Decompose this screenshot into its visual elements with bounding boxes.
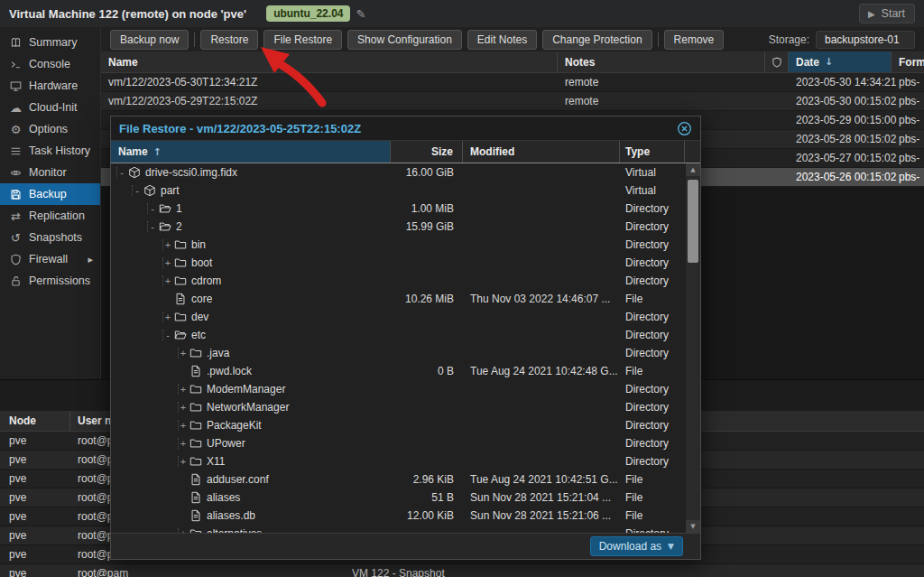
edit-tag-pencil-icon[interactable]: ✎ [356,7,365,21]
file-tree-row[interactable]: - 1 1.00 MiB Directory [111,200,686,218]
file-tree-row[interactable]: aliases.db 12.00 KiB Sun Nov 28 2021 15:… [111,507,686,525]
file-tree-row[interactable]: + NetworkManager Directory [111,398,686,416]
file-tree-row[interactable]: .pwd.lock 0 B Tue Aug 24 2021 10:42:48 G… [111,362,686,380]
file-tree-row[interactable]: + boot Directory [111,254,686,272]
sidebar-item-console[interactable]: Console ▸ [0,53,100,75]
scroll-up-icon[interactable]: ▲ [686,163,700,176]
sidebar-item-hardware[interactable]: Hardware ▸ [0,75,100,97]
file-tree-row[interactable]: - part Virtual [111,181,686,200]
change-protection-button[interactable]: Change Protection [542,30,651,50]
sidebar-item-backup[interactable]: Backup ▸ [0,183,100,205]
eye-icon [8,167,23,179]
sidebar-item-permissions[interactable]: Permissions ▸ [0,270,100,292]
column-header-protected[interactable] [765,51,789,72]
storage-select[interactable]: backupstore-01 [816,31,915,49]
column-header-node[interactable]: Node [0,411,70,431]
backup-now-button[interactable]: Backup now [110,30,189,50]
file-name-cell: .java [204,347,229,359]
file-type-cell: Virtual [620,166,685,179]
sidebar-item-options[interactable]: ⚙ Options ▸ [0,118,100,140]
column-header-format[interactable]: Format [892,51,924,72]
file-tree-row[interactable]: - drive-scsi0.img.fidx 16.00 GiB Virtual [111,163,686,181]
tree-expander[interactable]: + [178,438,188,449]
tree-expander[interactable]: + [162,239,172,250]
file-modified-cell: Tue Aug 24 2021 10:42:48 G... [463,365,620,377]
tree-expander[interactable]: - [147,221,157,232]
cloud-icon: ☁ [8,101,23,115]
start-button[interactable]: ▶ Start [859,4,915,23]
file-name-cell: aliases [204,491,240,504]
tree-expander[interactable]: + [178,456,188,467]
folder-icon [188,419,204,432]
file-tree-row[interactable]: core 10.26 MiB Thu Nov 03 2022 14:46:07 … [111,290,686,308]
download-as-button[interactable]: Download as ▼ [590,536,683,556]
sidebar-item-task-history[interactable]: Task History ▸ [0,140,100,162]
column-header-type[interactable]: Type [620,141,685,163]
file-tree-row[interactable]: + X11 Directory [111,452,686,470]
file-tree-row[interactable]: + ModemManager Directory [111,380,686,398]
close-icon[interactable] [677,121,692,136]
tree-expander[interactable]: - [132,185,142,196]
column-header-name[interactable]: Name [101,51,558,72]
show-configuration-button[interactable]: Show Configuration [347,30,462,50]
file-tree-row[interactable]: aliases 51 B Sun Nov 28 2021 15:21:04 ..… [111,489,686,507]
column-header-notes[interactable]: Notes [558,51,765,72]
backup-row[interactable]: vm/122/2023-05-30T12:34:21Z remote 2023-… [101,73,924,92]
tree-expander[interactable]: + [162,257,172,268]
backup-name-cell: vm/122/2023-05-29T22:15:02Z [101,95,558,107]
sidebar-item-monitor[interactable]: Monitor ▸ [0,162,100,183]
file-icon [188,365,204,377]
file-tree-row[interactable]: - etc Directory [111,326,686,344]
tree-expander[interactable]: + [178,348,188,358]
file-tree-row[interactable]: + dev Directory [111,308,686,326]
dialog-title: File Restore - vm/122/2023-05-25T22:15:0… [119,122,361,135]
file-tree-row[interactable]: + UPower Directory [111,434,686,452]
file-name-cell: PackageKit [204,419,262,432]
remove-button[interactable]: Remove [664,30,725,50]
backup-date-cell: 2023-05-30 14:34:21 [789,76,892,88]
column-header-date[interactable]: Date ↓ [789,51,892,72]
file-type-cell: Directory [620,238,685,251]
cube-icon [126,166,143,179]
file-tree-row[interactable]: + PackageKit Directory [111,416,686,434]
sidebar-item-replication[interactable]: ⇄ Replication ▸ [0,205,100,227]
task-row[interactable]: pve root@pam VM 122 - Snapshot [0,564,924,577]
tree-expander[interactable]: + [178,420,188,431]
tree-expander[interactable]: - [147,203,157,214]
scroll-down-icon[interactable]: ▼ [686,520,700,533]
sidebar-item-summary[interactable]: Summary ▸ [0,32,100,53]
backup-notes-cell: remote [558,95,765,107]
sidebar-item-firewall[interactable]: Firewall ▸ [0,248,100,270]
file-tree-row[interactable]: + bin Directory [111,236,686,254]
file-tree-row[interactable]: + cdrom Directory [111,272,686,290]
file-type-cell: Directory [620,437,685,450]
folder-icon [188,437,204,450]
edit-notes-button[interactable]: Edit Notes [467,30,537,50]
column-header-modified[interactable]: Modified [463,141,620,163]
vm-tag[interactable]: ubuntu_22.04 [266,5,350,22]
sidebar-item-cloud-init[interactable]: ☁ Cloud-Init ▸ [0,97,100,118]
backup-row[interactable]: vm/122/2023-05-29T22:15:02Z remote 2023-… [101,92,924,111]
column-header-file-name[interactable]: Name ↑ [111,141,391,163]
scrollbar-thumb[interactable] [688,180,698,263]
list-icon [8,145,23,157]
restore-button[interactable]: Restore [200,30,258,50]
tree-expander[interactable]: - [162,330,172,340]
file-tree-row[interactable]: - 2 15.99 GiB Directory [111,218,686,236]
file-type-cell: Directory [620,527,685,533]
backup-toolbar: Backup nowRestoreFile RestoreShow Config… [101,27,924,51]
column-header-size[interactable]: Size [391,141,463,163]
shield-icon [772,57,782,68]
tree-expander[interactable]: + [178,384,188,395]
tree-expander[interactable]: + [178,402,188,413]
file-tree-row[interactable]: adduser.conf 2.96 KiB Tue Aug 24 2021 10… [111,470,686,489]
tree-expander[interactable]: + [162,275,172,286]
file-restore-button[interactable]: File Restore [263,30,342,50]
file-tree-row[interactable]: + alternatives Directory [111,525,686,533]
file-name-cell: drive-scsi0.img.fidx [143,166,237,179]
file-tree-row[interactable]: + .java Directory [111,344,686,362]
tree-expander[interactable]: + [178,528,188,533]
sidebar-item-snapshots[interactable]: ↺ Snapshots ▸ [0,227,100,248]
tree-expander[interactable]: - [116,167,126,178]
tree-expander[interactable]: + [162,312,172,322]
